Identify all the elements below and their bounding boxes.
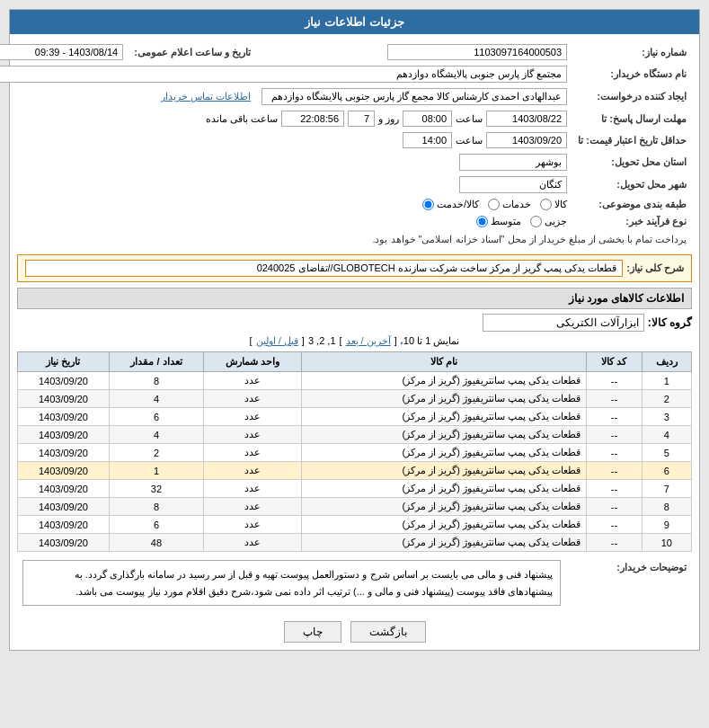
cell-name: قطعات یدکی پمپ سانتریفیوژ (گریز از مرکز) bbox=[302, 408, 587, 426]
cell-value: -- bbox=[587, 498, 642, 516]
cell-value: 3 bbox=[642, 408, 691, 426]
pagination-first[interactable]: قبل / اولین bbox=[256, 335, 298, 347]
table-row: 5--قطعات یدکی پمپ سانتریفیوژ (گریز از مر… bbox=[18, 444, 692, 462]
cell-value: 48 bbox=[109, 534, 203, 552]
radio-kala-khadamat-label: کالا/خدمت bbox=[437, 199, 479, 210]
radio-kala[interactable]: کالا bbox=[540, 199, 567, 210]
cell-value: عدد bbox=[203, 408, 301, 426]
cell-name: قطعات یدکی پمپ سانتریفیوژ (گریز از مرکز) bbox=[302, 462, 587, 480]
cell-value: 8 bbox=[642, 498, 691, 516]
nam-dastgah-row: نام دستگاه خریدار: مجتمع گاز پارس جنوبی … bbox=[0, 63, 692, 85]
table-row: 9--قطعات یدکی پمپ سانتریفیوژ (گریز از مر… bbox=[18, 516, 692, 534]
radio-khadamat-label: خدمات bbox=[502, 199, 531, 210]
cell-value: عدد bbox=[203, 390, 301, 408]
table-row: 2--قطعات یدکی پمپ سانتریفیوژ (گریز از مر… bbox=[18, 390, 692, 408]
pagination-nums: 1, 2, 3 bbox=[308, 335, 336, 347]
info-table: شماره نیاز: 1103097164000503 تاریخ و ساع… bbox=[0, 41, 692, 249]
cell-value: -- bbox=[587, 426, 642, 444]
cell-name: قطعات یدکی پمپ سانتریفیوژ (گریز از مرکز) bbox=[302, 480, 587, 498]
pagination-prefix: نمایش 1 تا 10، [ bbox=[394, 335, 460, 347]
col-radif: ردیف bbox=[642, 352, 691, 372]
jadval-label: حداقل تاریخ اعتبار قیمت: تا bbox=[572, 129, 692, 151]
noee-label: نوع فرآیند خبر: bbox=[572, 213, 692, 230]
chap-button[interactable]: چاپ bbox=[284, 621, 341, 643]
table-row: 7--قطعات یدکی پمپ سانتریفیوژ (گریز از مر… bbox=[18, 480, 692, 498]
ijad-row: ایجاد کننده درخواست: عبدالهادی احمدی کار… bbox=[0, 85, 692, 108]
cell-value: 8 bbox=[109, 372, 203, 390]
cell-value: -- bbox=[587, 390, 642, 408]
radio-motavaset[interactable]: متوسط bbox=[476, 216, 521, 227]
mohlat-rooz: 7 bbox=[348, 111, 375, 127]
radio-kala-input[interactable] bbox=[540, 199, 552, 210]
cell-name: قطعات یدکی پمپ سانتریفیوژ (گریز از مرکز) bbox=[302, 444, 587, 462]
cell-value: عدد bbox=[203, 462, 301, 480]
table-row: 1--قطعات یدکی پمپ سانتریفیوژ (گریز از مر… bbox=[18, 372, 692, 390]
cell-value: عدد bbox=[203, 534, 301, 552]
cell-value: عدد bbox=[203, 426, 301, 444]
pagination-close2: ] bbox=[250, 335, 253, 347]
baqi-label: ساعت باقی مانده bbox=[206, 113, 278, 125]
bazgasht-button[interactable]: بازگشت bbox=[350, 621, 426, 643]
radio-kala-khadamat[interactable]: کالا/خدمت bbox=[422, 199, 479, 210]
cell-value: 9 bbox=[642, 516, 691, 534]
goods-table-header: ردیف کد کالا نام کالا واحد شمارش تعداد /… bbox=[18, 352, 692, 372]
radio-kala-label: کالا bbox=[554, 199, 567, 210]
nam-dastgah-value: مجتمع گاز پارس جنوبی پالایشگاه دوازدهم bbox=[0, 66, 567, 83]
radio-jozee[interactable]: جزیی bbox=[530, 216, 567, 227]
cell-value: 32 bbox=[109, 480, 203, 498]
ostan-row: استان محل تحویل: بوشهر bbox=[0, 151, 692, 173]
col-kod: کد کالا bbox=[587, 352, 642, 372]
col-tedad: تعداد / مقدار bbox=[109, 352, 203, 372]
cell-value: 6 bbox=[109, 516, 203, 534]
cell-value: 1403/09/20 bbox=[18, 480, 110, 498]
table-row: 3--قطعات یدکی پمپ سانتریفیوژ (گریز از مر… bbox=[18, 408, 692, 426]
ettelaat-tamas-link[interactable]: اطلاعات تماس خریدار bbox=[161, 91, 251, 102]
nam-dastgah-label: نام دستگاه خریدار: bbox=[572, 63, 692, 85]
tawzihat-text: پیشنهاد فنی و مالی می بایست بر اساس شرح … bbox=[22, 560, 561, 606]
jadval-row: حداقل تاریخ اعتبار قیمت: تا 1403/09/20 س… bbox=[0, 129, 692, 151]
radio-khadamat[interactable]: خدمات bbox=[488, 199, 531, 210]
shomara-label: شماره نیاز: bbox=[572, 41, 692, 63]
cell-value: عدد bbox=[203, 516, 301, 534]
shahr-value: کنگان bbox=[459, 176, 567, 193]
cell-value: 2 bbox=[109, 444, 203, 462]
table-row: 4--قطعات یدکی پمپ سانتریفیوژ (گریز از مر… bbox=[18, 426, 692, 444]
cell-value: 1 bbox=[642, 372, 691, 390]
radio-jozee-input[interactable] bbox=[530, 216, 542, 227]
cell-value: عدد bbox=[203, 480, 301, 498]
mohlat-row: مهلت ارسال پاسخ: تا 1403/08/22 ساعت 08:0… bbox=[0, 108, 692, 129]
cell-value: 1403/09/20 bbox=[18, 408, 110, 426]
radio-motavaset-input[interactable] bbox=[476, 216, 488, 227]
cell-name: قطعات یدکی پمپ سانتریفیوژ (گریز از مرکز) bbox=[302, 498, 587, 516]
radio-motavaset-label: متوسط bbox=[491, 216, 521, 227]
pardakht-row: پرداخت تمام با بخشی از مبلغ خریدار از مح… bbox=[0, 230, 692, 249]
shahr-label: شهر محل تحویل: bbox=[572, 173, 692, 196]
mohlat-date: 1403/08/22 bbox=[486, 111, 567, 127]
cell-value: 2 bbox=[642, 390, 691, 408]
tawzihat-table: توضیحات خریدار: پیشنهاد فنی و مالی می با… bbox=[17, 557, 692, 616]
tarikh-saat-value: 1403/08/14 - 09:39 bbox=[0, 44, 123, 60]
ostan-label: استان محل تحویل: bbox=[572, 151, 692, 173]
radio-kala-khadamat-input[interactable] bbox=[422, 199, 434, 210]
noee-row: نوع فرآیند خبر: جزیی متوسط bbox=[0, 213, 692, 230]
shahr-row: شهر محل تحویل: کنگان bbox=[0, 173, 692, 196]
shomara-row: شماره نیاز: 1103097164000503 تاریخ و ساع… bbox=[0, 41, 692, 63]
mohlat-baqi: 22:08:56 bbox=[281, 111, 344, 127]
mohlat-label: مهلت ارسال پاسخ: تا bbox=[572, 108, 692, 129]
tabaqe-row: طبقه بندی موضوعی: کالا خدمات کالا/خدمت bbox=[0, 196, 692, 213]
pagination-open2: [ bbox=[302, 335, 305, 347]
tarikh-saat-label: تاریخ و ساعت اعلام عمومی: bbox=[129, 41, 256, 63]
cell-value: -- bbox=[587, 480, 642, 498]
radio-khadamat-input[interactable] bbox=[488, 199, 500, 210]
tabaqe-label: طبقه بندی موضوعی: bbox=[572, 196, 692, 213]
cell-value: -- bbox=[587, 372, 642, 390]
noee-radio-group: جزیی متوسط bbox=[0, 216, 567, 227]
buttons-row: بازگشت چاپ bbox=[17, 621, 692, 643]
group-row: گروه کالا: ابزارآلات الکتریکی bbox=[17, 314, 692, 332]
cell-name: قطعات یدکی پمپ سانتریفیوژ (گریز از مرکز) bbox=[302, 372, 587, 390]
jadval-saat: 14:00 bbox=[403, 132, 452, 148]
pagination-last[interactable]: آخرین / بعد bbox=[346, 335, 391, 347]
jadval-date: 1403/09/20 bbox=[486, 132, 567, 148]
sharh-koli-value: قطعات یدکی پمپ گریز از مرکز ساخت شرکت سا… bbox=[25, 260, 623, 277]
cell-value: -- bbox=[587, 444, 642, 462]
